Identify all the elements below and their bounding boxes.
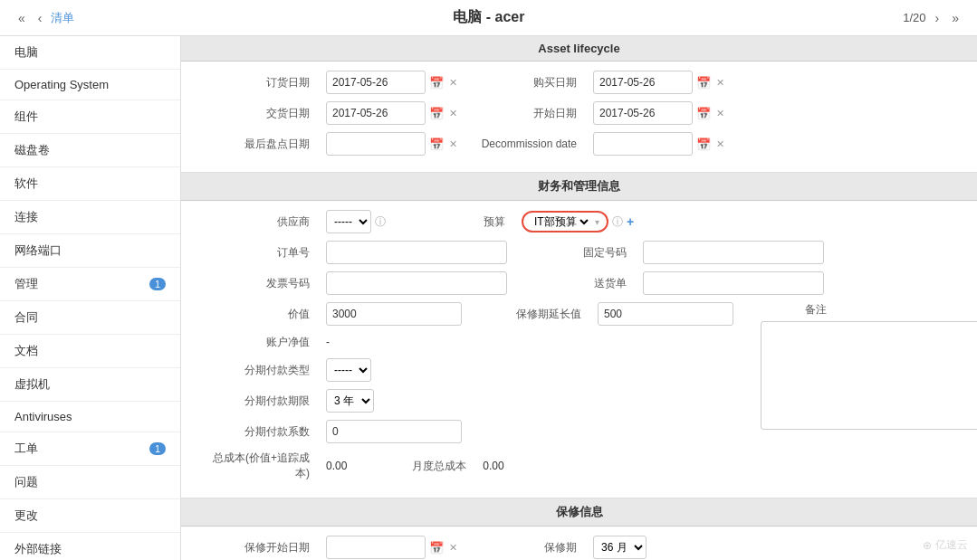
finance-row-orderno: 订单号 固定号码 xyxy=(199,241,959,264)
payment-type-select[interactable]: ----- xyxy=(326,358,371,382)
fixed-no-label: 固定号码 xyxy=(516,245,634,261)
buy-date-input[interactable] xyxy=(593,71,693,94)
value-label: 价值 xyxy=(199,307,317,322)
order-date-calendar-icon[interactable]: 📅 xyxy=(429,76,444,90)
page-title: 电脑 - acer xyxy=(453,8,524,27)
budget-select[interactable]: IT部预算 xyxy=(531,214,591,229)
finance-section-title: 财务和管理信息 xyxy=(181,173,977,201)
finance-row-supplier: 供应商 ----- ⓘ 预算 IT部预算 ▾ ⓘ + xyxy=(199,210,959,233)
sidebar-item-disk[interactable]: 磁盘卷 xyxy=(0,134,180,167)
start-date-label: 开始日期 xyxy=(466,106,584,121)
lifecycle-row-3: 最后盘点日期 📅 ✕ Decommission date 📅 ✕ xyxy=(199,132,959,156)
budget-dropdown-icon: ▾ xyxy=(595,217,599,227)
lifecycle-form: 订货日期 📅 ✕ 购买日期 📅 ✕ 交货日期 📅 xyxy=(181,62,977,173)
delivery-input[interactable] xyxy=(643,271,824,295)
value-field xyxy=(326,302,462,326)
payment-coeff-input[interactable] xyxy=(326,420,462,443)
sidebar-item-connection[interactable]: 连接 xyxy=(0,201,180,234)
payment-type-label: 分期付款类型 xyxy=(199,363,317,378)
sidebar-item-external[interactable]: 外部链接 xyxy=(0,533,180,560)
net-value-field: - xyxy=(326,333,330,351)
warranty-period-select[interactable]: 36 月 xyxy=(593,536,647,559)
warranty-start-clear-icon[interactable]: ✕ xyxy=(449,542,457,554)
prev-page-button[interactable]: ‹ xyxy=(34,9,46,27)
delivery-field xyxy=(643,271,824,295)
warranty-start-input[interactable] xyxy=(326,536,426,559)
delivery-date-clear-icon[interactable]: ✕ xyxy=(449,108,457,119)
delivery-date-input[interactable] xyxy=(326,101,426,125)
start-date-field: 📅 ✕ xyxy=(593,101,724,125)
remarks-textarea[interactable] xyxy=(761,321,977,430)
warranty-start-calendar-icon[interactable]: 📅 xyxy=(429,541,444,555)
supplier-label: 供应商 xyxy=(199,214,317,230)
first-page-button[interactable]: « xyxy=(14,9,29,27)
sidebar-item-ticket[interactable]: 工单 1 xyxy=(0,432,180,466)
sidebar-item-network[interactable]: 网络端口 xyxy=(0,234,180,268)
warranty-period-field: 36 月 xyxy=(593,536,647,559)
sidebar-item-doc[interactable]: 文档 xyxy=(0,335,180,368)
delivery-date-label: 交货日期 xyxy=(199,106,317,121)
last-check-date-clear-icon[interactable]: ✕ xyxy=(449,138,457,150)
invoice-no-field xyxy=(326,271,507,295)
payment-period-label: 分期付款期限 xyxy=(199,394,317,409)
supplier-info-icon[interactable]: ⓘ xyxy=(375,214,386,230)
decommission-date-clear-icon[interactable]: ✕ xyxy=(716,138,724,150)
content-area: Asset lifecycle 订货日期 📅 ✕ 购买日期 📅 ✕ xyxy=(181,36,977,560)
value-input[interactable] xyxy=(326,302,462,326)
buy-date-clear-icon[interactable]: ✕ xyxy=(716,77,724,89)
list-link[interactable]: 清单 xyxy=(51,10,74,26)
warranty-extend-label: 保修期延长值 xyxy=(471,307,589,322)
sidebar-item-antivirus[interactable]: Antiviruses xyxy=(0,402,180,432)
sidebar-item-manage[interactable]: 管理 1 xyxy=(0,268,180,301)
fixed-no-input[interactable] xyxy=(643,241,824,264)
supplier-select[interactable]: ----- xyxy=(326,210,371,233)
page-info: 1/20 xyxy=(903,11,925,24)
decommission-date-input[interactable] xyxy=(593,132,693,156)
payment-period-select[interactable]: 3 年 xyxy=(326,389,374,413)
sidebar-item-problem[interactable]: 问题 xyxy=(0,466,180,499)
start-date-clear-icon[interactable]: ✕ xyxy=(716,108,724,119)
remarks-label: 备注 xyxy=(761,302,878,318)
sidebar-item-contract[interactable]: 合同 xyxy=(0,301,180,335)
buy-date-label: 购买日期 xyxy=(466,75,584,90)
sidebar-item-software[interactable]: 软件 xyxy=(0,167,180,201)
total-cost-text: 0.00 xyxy=(326,457,347,475)
fixed-no-field xyxy=(643,241,824,264)
last-check-date-calendar-icon[interactable]: 📅 xyxy=(429,138,444,151)
budget-add-icon[interactable]: + xyxy=(627,214,634,229)
decommission-date-calendar-icon[interactable]: 📅 xyxy=(696,138,711,151)
nav-right: 1/20 › » xyxy=(903,9,963,27)
top-nav: « ‹ 清单 电脑 - acer 1/20 › » xyxy=(0,0,977,36)
sidebar-item-computer[interactable]: 电脑 xyxy=(0,36,180,70)
payment-coeff-subrow: 分期付款系数 xyxy=(199,420,733,443)
start-date-calendar-icon[interactable]: 📅 xyxy=(696,107,711,120)
order-date-input[interactable] xyxy=(326,71,426,94)
sidebar: 电脑 Operating System 组件 磁盘卷 软件 连接 网络端口 管理… xyxy=(0,36,181,560)
nav-left: « ‹ 清单 xyxy=(14,9,74,27)
order-date-clear-icon[interactable]: ✕ xyxy=(449,77,457,89)
payment-coeff-field xyxy=(326,420,462,443)
net-value-text: - xyxy=(326,333,330,351)
next-page-button[interactable]: › xyxy=(932,9,943,27)
start-date-input[interactable] xyxy=(593,101,693,125)
last-page-button[interactable]: » xyxy=(948,9,963,27)
lifecycle-section-title: Asset lifecycle xyxy=(181,36,977,62)
budget-info-icon[interactable]: ⓘ xyxy=(612,214,623,230)
payment-coeff-label: 分期付款系数 xyxy=(199,424,317,440)
warranty-period-label: 保修期 xyxy=(466,540,584,555)
sidebar-item-os[interactable]: Operating System xyxy=(0,70,180,100)
order-no-input[interactable] xyxy=(326,241,507,264)
buy-date-calendar-icon[interactable]: 📅 xyxy=(696,76,711,90)
finance-row-value: 价值 保修期延长值 账户净值 - xyxy=(199,302,959,481)
invoice-no-input[interactable] xyxy=(326,271,507,295)
order-no-field xyxy=(326,241,507,264)
manage-badge: 1 xyxy=(149,278,166,290)
delivery-date-calendar-icon[interactable]: 📅 xyxy=(429,107,444,120)
sidebar-item-component[interactable]: 组件 xyxy=(0,100,180,134)
sidebar-item-change[interactable]: 更改 xyxy=(0,499,180,533)
order-no-label: 订单号 xyxy=(199,245,317,261)
sidebar-item-vm[interactable]: 虚拟机 xyxy=(0,368,180,402)
last-check-date-input[interactable] xyxy=(326,132,426,156)
budget-select-wrapper: IT部预算 ▾ xyxy=(522,211,608,233)
warranty-extend-input[interactable] xyxy=(598,302,733,326)
